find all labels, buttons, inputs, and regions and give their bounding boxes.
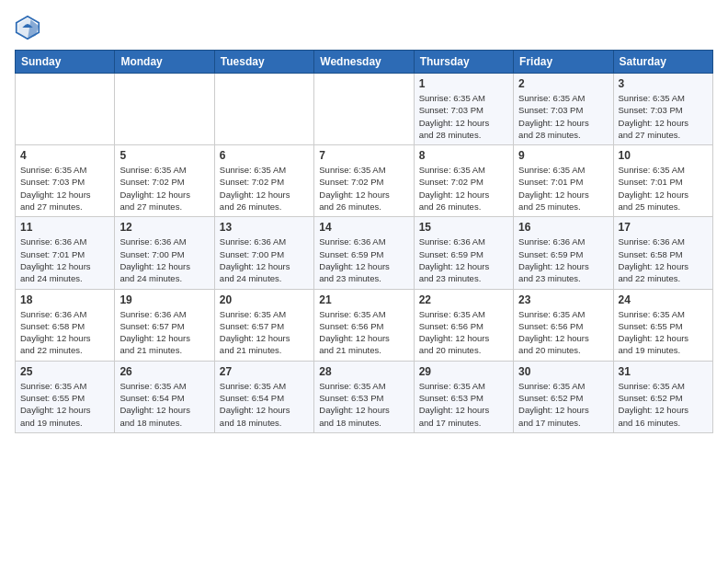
day-number: 30 [518,365,608,378]
calendar-cell: 12Sunrise: 6:36 AM Sunset: 7:00 PM Dayli… [115,217,214,289]
day-info: Sunrise: 6:35 AM Sunset: 7:02 PM Dayligh… [119,164,209,213]
day-number: 19 [119,293,209,306]
day-number: 11 [20,221,109,234]
day-number: 25 [20,365,109,378]
calendar-cell: 24Sunrise: 6:35 AM Sunset: 6:55 PM Dayli… [613,289,712,361]
calendar-week-4: 18Sunrise: 6:36 AM Sunset: 6:58 PM Dayli… [16,289,713,361]
calendar-cell: 31Sunrise: 6:35 AM Sunset: 6:52 PM Dayli… [613,361,712,432]
day-number: 7 [319,149,408,162]
calendar-cell: 11Sunrise: 6:36 AM Sunset: 7:01 PM Dayli… [16,217,115,289]
calendar-cell: 17Sunrise: 6:36 AM Sunset: 6:58 PM Dayli… [613,217,712,289]
calendar-cell: 10Sunrise: 6:35 AM Sunset: 7:01 PM Dayli… [613,145,712,217]
day-info: Sunrise: 6:36 AM Sunset: 7:01 PM Dayligh… [20,236,109,284]
calendar-cell [314,74,414,145]
calendar-cell: 21Sunrise: 6:35 AM Sunset: 6:56 PM Dayli… [314,289,414,361]
logo-icon [15,15,40,40]
calendar-cell: 4Sunrise: 6:35 AM Sunset: 7:03 PM Daylig… [16,145,115,217]
day-info: Sunrise: 6:35 AM Sunset: 6:52 PM Dayligh… [619,380,708,429]
calendar-cell: 30Sunrise: 6:35 AM Sunset: 6:52 PM Dayli… [514,361,613,432]
header [15,15,713,40]
calendar-body: 1Sunrise: 6:35 AM Sunset: 7:03 PM Daylig… [16,74,713,433]
day-info: Sunrise: 6:35 AM Sunset: 7:01 PM Dayligh… [619,164,708,213]
calendar-cell: 18Sunrise: 6:36 AM Sunset: 6:58 PM Dayli… [16,289,115,361]
weekday-header-monday: Monday [115,51,214,74]
day-number: 18 [20,293,109,306]
day-number: 12 [119,221,209,234]
day-info: Sunrise: 6:35 AM Sunset: 6:54 PM Dayligh… [220,380,309,429]
day-info: Sunrise: 6:36 AM Sunset: 6:58 PM Dayligh… [20,308,109,357]
calendar-cell [115,74,214,145]
calendar-cell: 6Sunrise: 6:35 AM Sunset: 7:02 PM Daylig… [214,145,313,217]
day-number: 15 [419,221,508,234]
calendar-cell: 15Sunrise: 6:36 AM Sunset: 6:59 PM Dayli… [414,217,513,289]
weekday-header-friday: Friday [514,51,613,74]
day-number: 21 [319,293,408,306]
day-number: 1 [419,77,508,90]
day-number: 2 [518,77,608,90]
calendar-cell [214,74,313,145]
calendar-cell: 23Sunrise: 6:35 AM Sunset: 6:56 PM Dayli… [514,289,613,361]
day-info: Sunrise: 6:35 AM Sunset: 6:57 PM Dayligh… [220,308,309,357]
day-info: Sunrise: 6:35 AM Sunset: 6:54 PM Dayligh… [119,380,209,429]
page-container: SundayMondayTuesdayWednesdayThursdayFrid… [0,0,728,441]
day-number: 17 [619,221,708,234]
day-number: 23 [518,293,608,306]
calendar-cell: 29Sunrise: 6:35 AM Sunset: 6:53 PM Dayli… [414,361,513,432]
day-info: Sunrise: 6:36 AM Sunset: 6:58 PM Dayligh… [619,236,708,284]
day-info: Sunrise: 6:35 AM Sunset: 7:02 PM Dayligh… [220,164,309,213]
day-info: Sunrise: 6:36 AM Sunset: 6:59 PM Dayligh… [419,236,508,284]
day-info: Sunrise: 6:35 AM Sunset: 6:53 PM Dayligh… [319,380,408,429]
day-info: Sunrise: 6:35 AM Sunset: 6:56 PM Dayligh… [518,308,608,357]
day-number: 26 [119,365,209,378]
day-info: Sunrise: 6:35 AM Sunset: 6:52 PM Dayligh… [518,380,608,429]
day-info: Sunrise: 6:35 AM Sunset: 7:02 PM Dayligh… [419,164,508,213]
calendar-week-1: 1Sunrise: 6:35 AM Sunset: 7:03 PM Daylig… [16,74,713,145]
day-info: Sunrise: 6:36 AM Sunset: 6:59 PM Dayligh… [518,236,608,284]
calendar-cell: 22Sunrise: 6:35 AM Sunset: 6:56 PM Dayli… [414,289,513,361]
day-number: 16 [518,221,608,234]
day-number: 22 [419,293,508,306]
calendar-week-2: 4Sunrise: 6:35 AM Sunset: 7:03 PM Daylig… [16,145,713,217]
calendar-cell: 28Sunrise: 6:35 AM Sunset: 6:53 PM Dayli… [314,361,414,432]
weekday-header-tuesday: Tuesday [214,51,313,74]
calendar-header: SundayMondayTuesdayWednesdayThursdayFrid… [16,51,713,74]
calendar-table: SundayMondayTuesdayWednesdayThursdayFrid… [15,50,713,433]
weekday-row: SundayMondayTuesdayWednesdayThursdayFrid… [16,51,713,74]
day-number: 8 [419,149,508,162]
day-info: Sunrise: 6:35 AM Sunset: 6:55 PM Dayligh… [20,380,109,429]
calendar-cell: 1Sunrise: 6:35 AM Sunset: 7:03 PM Daylig… [414,74,513,145]
calendar-cell: 5Sunrise: 6:35 AM Sunset: 7:02 PM Daylig… [115,145,214,217]
calendar-cell: 27Sunrise: 6:35 AM Sunset: 6:54 PM Dayli… [214,361,313,432]
day-number: 9 [518,149,608,162]
day-number: 29 [419,365,508,378]
day-info: Sunrise: 6:36 AM Sunset: 6:59 PM Dayligh… [319,236,408,284]
calendar-cell: 19Sunrise: 6:36 AM Sunset: 6:57 PM Dayli… [115,289,214,361]
calendar-cell: 20Sunrise: 6:35 AM Sunset: 6:57 PM Dayli… [214,289,313,361]
day-info: Sunrise: 6:36 AM Sunset: 7:00 PM Dayligh… [119,236,209,284]
day-number: 24 [619,293,708,306]
day-info: Sunrise: 6:35 AM Sunset: 7:03 PM Dayligh… [619,92,708,141]
calendar-week-5: 25Sunrise: 6:35 AM Sunset: 6:55 PM Dayli… [16,361,713,432]
calendar-cell: 16Sunrise: 6:36 AM Sunset: 6:59 PM Dayli… [514,217,613,289]
calendar-cell: 26Sunrise: 6:35 AM Sunset: 6:54 PM Dayli… [115,361,214,432]
logo [15,15,44,40]
day-number: 14 [319,221,408,234]
day-number: 6 [220,149,309,162]
weekday-header-thursday: Thursday [414,51,513,74]
day-number: 4 [20,149,109,162]
calendar-cell: 7Sunrise: 6:35 AM Sunset: 7:02 PM Daylig… [314,145,414,217]
calendar-cell: 2Sunrise: 6:35 AM Sunset: 7:03 PM Daylig… [514,74,613,145]
day-info: Sunrise: 6:35 AM Sunset: 6:56 PM Dayligh… [319,308,408,357]
day-number: 5 [119,149,209,162]
calendar-cell: 8Sunrise: 6:35 AM Sunset: 7:02 PM Daylig… [414,145,513,217]
weekday-header-wednesday: Wednesday [314,51,414,74]
calendar-cell: 13Sunrise: 6:36 AM Sunset: 7:00 PM Dayli… [214,217,313,289]
day-info: Sunrise: 6:35 AM Sunset: 7:03 PM Dayligh… [20,164,109,213]
calendar-cell: 9Sunrise: 6:35 AM Sunset: 7:01 PM Daylig… [514,145,613,217]
day-number: 3 [619,77,708,90]
day-number: 28 [319,365,408,378]
day-number: 20 [220,293,309,306]
day-number: 13 [220,221,309,234]
day-number: 31 [619,365,708,378]
calendar-cell: 25Sunrise: 6:35 AM Sunset: 6:55 PM Dayli… [16,361,115,432]
